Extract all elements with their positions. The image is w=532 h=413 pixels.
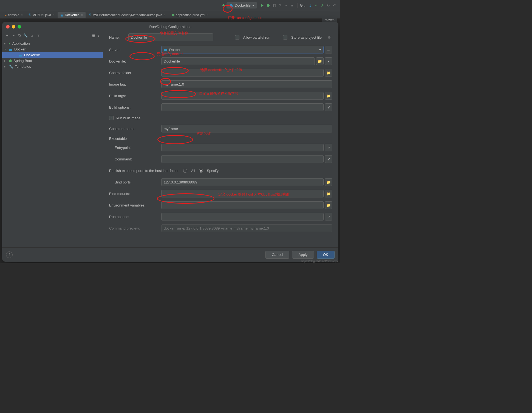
- build-args-input[interactable]: [161, 92, 324, 100]
- run-config-selector[interactable]: Dockerfile ▾: [227, 2, 257, 9]
- image-tag-label: Image tag:: [109, 82, 161, 86]
- svg-rect-0: [230, 5, 233, 7]
- name-input[interactable]: [128, 33, 213, 41]
- context-label: Context folder:: [109, 71, 161, 75]
- run-config-name: Dockerfile: [235, 3, 251, 7]
- up-icon[interactable]: ▲: [30, 33, 34, 38]
- tree-docker[interactable]: ▾Docker: [2, 46, 103, 52]
- ok-button[interactable]: OK: [317, 251, 335, 259]
- down-icon[interactable]: ▼: [37, 33, 40, 38]
- profile-icon[interactable]: ⟳: [278, 3, 282, 8]
- container-name-input[interactable]: [161, 125, 332, 132]
- chevron-down-icon: ▾: [319, 48, 321, 52]
- tab-dockerfile[interactable]: ▣Dockerfile×: [58, 12, 85, 18]
- add-icon[interactable]: ＋: [5, 33, 9, 38]
- store-project-label: Store as project file: [291, 35, 322, 39]
- tree-templates[interactable]: ▸🔧Templates: [2, 64, 103, 69]
- run-icon[interactable]: [260, 3, 264, 8]
- expand-icon[interactable]: ⤢: [325, 213, 332, 220]
- config-sidebar: ＋ － ⧉ 🔧 ▲ ▼ ▦ ↕ ▸▸Application ▾Docker Do…: [2, 31, 103, 247]
- tab-appyml[interactable]: ⬢application-prod.yml×: [169, 12, 211, 18]
- copy-icon[interactable]: ⧉: [18, 33, 21, 38]
- image-tag-input[interactable]: [161, 80, 332, 88]
- allow-parallel-checkbox[interactable]: [235, 35, 239, 39]
- config-form: Name: Allow parallel run Store as projec…: [103, 31, 338, 247]
- editor-tab-bar: ▸console× ©MD5Util.java× ▣Dockerfile× ©M…: [0, 11, 340, 19]
- folder-icon[interactable]: 📁: [325, 190, 332, 197]
- folder-icon[interactable]: 📁: [316, 57, 324, 65]
- bind-mounts-label: Bind mounts:: [109, 192, 161, 196]
- radio-all-label: All: [191, 169, 195, 173]
- cancel-button[interactable]: Cancel: [265, 251, 290, 259]
- bind-mounts-input[interactable]: [161, 190, 324, 197]
- coverage-icon[interactable]: ◧: [272, 3, 276, 8]
- git-commit-icon[interactable]: ✓: [314, 3, 318, 8]
- command-input[interactable]: [161, 155, 324, 163]
- folder-icon[interactable]: 📁: [325, 69, 332, 77]
- radio-all[interactable]: [183, 169, 187, 173]
- remove-icon[interactable]: －: [12, 33, 15, 38]
- server-label: Server:: [109, 48, 161, 52]
- git-update-icon[interactable]: ⤓: [308, 3, 312, 8]
- run-built-image-checkbox[interactable]: [109, 116, 114, 120]
- svg-point-1: [267, 4, 270, 7]
- tree-springboot[interactable]: ▸⬢Spring Boot: [2, 58, 103, 64]
- git-push-icon[interactable]: ↗: [320, 3, 324, 8]
- run-built-image-label: Run built image: [116, 116, 140, 120]
- apply-button[interactable]: Apply: [292, 251, 314, 259]
- context-input[interactable]: [161, 69, 324, 77]
- dialog-titlebar: Run/Debug Configurations: [2, 22, 338, 31]
- ide-toolbar: Dockerfile ▾ ◧ ⟳ ▾ ■ Git: ⤓ ✓ ↗ ↻ ↶: [0, 0, 340, 11]
- build-options-label: Build options:: [109, 105, 161, 109]
- run-options-input[interactable]: [161, 213, 324, 220]
- expand-icon[interactable]: ⤢: [325, 103, 332, 111]
- folder-icon[interactable]: ▦: [92, 33, 95, 38]
- command-label: Command:: [109, 157, 161, 161]
- expand-icon[interactable]: ⤢: [325, 155, 332, 163]
- help-button[interactable]: ?: [6, 251, 13, 258]
- server-select[interactable]: Docker ▾: [161, 46, 324, 53]
- bind-ports-label: Bind ports:: [109, 180, 161, 184]
- dialog-footer: ? Cancel Apply OK: [2, 247, 338, 262]
- bind-ports-input[interactable]: [161, 178, 324, 186]
- folder-icon[interactable]: 📁: [325, 92, 332, 100]
- svg-rect-2: [9, 49, 12, 51]
- server-more-button[interactable]: …: [325, 46, 332, 53]
- publish-label: Publish exposed ports to the host interf…: [109, 169, 179, 173]
- git-history-icon[interactable]: ↻: [326, 3, 330, 8]
- executable-header: Executable: [109, 137, 332, 141]
- tree-docker-dockerfile[interactable]: Dockerfile: [2, 52, 103, 58]
- env-vars-input[interactable]: [161, 201, 324, 209]
- build-icon[interactable]: [221, 3, 226, 8]
- store-project-checkbox[interactable]: [283, 35, 287, 39]
- tree-application[interactable]: ▸▸Application: [2, 41, 103, 46]
- dockerfile-input[interactable]: [161, 57, 315, 65]
- stop-icon[interactable]: ■: [290, 3, 295, 8]
- dialog-title: Run/Debug Configurations: [2, 25, 338, 29]
- folder-icon[interactable]: 📁: [325, 178, 332, 186]
- entrypoint-input[interactable]: [161, 144, 324, 151]
- name-label: Name:: [109, 35, 124, 39]
- radio-specify[interactable]: [199, 169, 203, 173]
- gear-icon[interactable]: ⚙: [327, 35, 332, 39]
- sort-icon[interactable]: ↕: [98, 33, 100, 38]
- folder-icon[interactable]: 📁: [325, 201, 332, 209]
- debug-icon[interactable]: [266, 3, 270, 8]
- build-args-label: Build args:: [109, 94, 161, 98]
- svg-rect-4: [164, 49, 167, 51]
- attach-icon[interactable]: ▾: [284, 3, 288, 8]
- wrench-icon[interactable]: 🔧: [23, 33, 28, 38]
- git-revert-icon[interactable]: ↶: [332, 3, 336, 8]
- tab-console[interactable]: ▸console×: [2, 12, 25, 18]
- cmd-preview-input: [161, 224, 332, 232]
- tab-md5util[interactable]: ©MD5Util.java×: [26, 12, 57, 18]
- expand-icon[interactable]: ⤢: [325, 144, 332, 151]
- cmd-preview-label: Command preview:: [109, 226, 161, 230]
- tab-myfilter[interactable]: ©MyFilterInvocationSecurityMetadataSourc…: [86, 12, 168, 18]
- build-options-input[interactable]: [161, 103, 324, 111]
- dockerfile-label: Dockerfile:: [109, 59, 161, 63]
- watermark: https://blog.csdn.net/mofsfely2: [301, 260, 338, 263]
- sidebar-toolbar: ＋ － ⧉ 🔧 ▲ ▼ ▦ ↕: [2, 31, 103, 39]
- git-label: Git:: [300, 3, 305, 7]
- chevron-down-icon[interactable]: ▾: [325, 57, 332, 65]
